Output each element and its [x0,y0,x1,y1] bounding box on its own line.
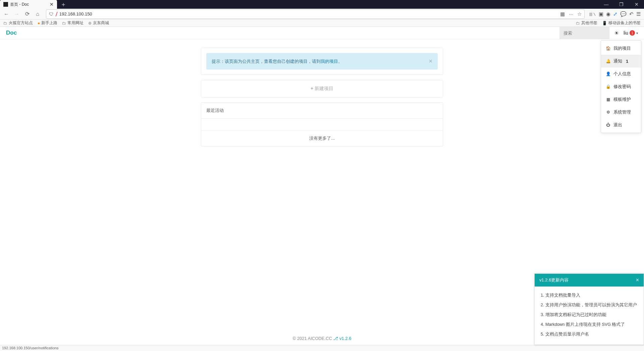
changelog-body: 1. 支持文档批量导入2. 支持用户扮演功能，管理员可以扮演为其它用户3. 增加… [535,287,644,345]
recent-body [201,119,443,130]
main-content: 提示：该页面为公共主页，查看您自己创建的项目，请到 我的项目 。 × +新建项目… [0,39,644,146]
dropdown-item[interactable]: 🔔通知1 [601,55,641,68]
url-actions: ▦ ··· ☆ [560,11,582,17]
dropdown-item[interactable]: 👤个人信息 [601,68,641,80]
bookmark-other[interactable]: 🗀其他书签 [576,20,597,26]
dropdown-item[interactable]: ⚙系统管理 [601,106,641,119]
menu-item-icon: ⚙ [606,110,610,115]
shield-icon[interactable]: 🛡 [49,11,54,17]
tab-title: 首页 - Doc [10,2,47,7]
menu-icon[interactable]: ☰ [636,11,641,17]
nav-reload-icon[interactable]: ⟳ [22,9,32,19]
mobile-icon: 📱 [602,21,607,26]
info-alert: 提示：该页面为公共主页，查看您自己创建的项目，请到 我的项目 。 × [206,53,438,70]
changelog-item: 4. Markdown 图片上传现在支持 SVG 格式了 [541,320,641,330]
menu-item-icon: 🔒 [606,84,610,89]
alert-link[interactable]: 我的项目 [321,58,338,64]
menu-item-label: 我的项目 [613,45,631,51]
menu-item-icon: 👤 [606,72,610,76]
changelog-item: 3. 增加将文档标记为已过时的功能 [541,310,641,320]
folder-icon: 🗀 [62,21,66,26]
nav-home-icon[interactable]: ⌂ [33,9,42,19]
menu-item-label: 修改密码 [613,84,631,90]
bookmark-star-icon[interactable]: ☆ [577,11,582,17]
user-menu-trigger[interactable]: liu 1 ▾ [624,30,638,36]
user-dropdown: 🏠我的项目🔔通知1👤个人信息🔒修改密码▦模板维护⚙系统管理⏻退出 [601,40,641,133]
info-card: 提示：该页面为公共主页，查看您自己创建的项目，请到 我的项目 。 × [201,48,443,75]
menu-item-icon: 🔔 [606,59,610,63]
permission-blocked-icon[interactable]: ⧸ [56,11,57,17]
window-titlebar: 首页 - Doc ✕ ＋ — ❐ ✕ [0,0,644,9]
bookmark-label: 其他书签 [581,20,597,26]
menu-item-label: 退出 [613,122,622,128]
undo-icon[interactable]: ↶ [629,11,634,17]
page-actions-icon[interactable]: ··· [569,11,573,17]
changelog-header: v1.2.6更新内容 × [535,274,644,287]
browser-statusbar: 192.168.100.150/user/notifications [0,345,644,351]
bookmark-mobile[interactable]: 📱移动设备上的书签 [602,20,641,26]
search-input[interactable] [559,27,609,39]
dropdown-item[interactable]: 🔒修改密码 [601,80,641,93]
library-icon[interactable]: ⫼⧵ [588,11,596,17]
recent-title: 最近活动 [201,103,443,119]
bookmark-item[interactable]: ●新手上路 [38,20,57,26]
menu-item-label: 模板维护 [613,96,631,102]
window-maximize[interactable]: ❐ [614,0,629,9]
github-icon: ⎇ [333,336,338,341]
menu-item-icon: ▦ [606,97,610,102]
nav-forward-icon[interactable]: → [12,9,21,19]
account-icon[interactable]: ◉ [606,11,610,17]
new-tab-button[interactable]: ＋ [60,0,66,8]
dropdown-item[interactable]: ⏻退出 [601,119,641,131]
menu-item-badge: 1 [626,59,628,64]
menu-item-icon: 🏠 [606,46,610,51]
bookmark-item[interactable]: ⊕京东商城 [88,20,109,26]
window-close[interactable]: ✕ [629,0,644,9]
url-input[interactable] [59,11,558,16]
brand-logo[interactable]: Doc [6,30,17,36]
footer-copyright: © 2021 AICODE.CC [293,336,333,341]
new-project-label: 新建项目 [315,86,333,91]
alert-close-icon[interactable]: × [429,58,432,65]
recent-empty: 没有更多了... [201,130,443,146]
toolbar-right: ⫼⧵ ▣ ◉ ⤢ 💬 ↶ ☰ [588,11,642,17]
url-bar[interactable]: 🛡 ⧸ ▦ ··· ☆ [46,9,585,19]
footer-version-link[interactable]: ⎇ v1.2.6 [333,336,351,341]
alert-text: 提示：该页面为公共主页，查看您自己创建的项目，请到 [212,58,321,64]
new-project-button[interactable]: +新建项目 [201,80,443,97]
folder-icon: 🗀 [3,21,7,26]
extension-icon[interactable]: 💬 [620,11,627,17]
qr-icon[interactable]: ▦ [560,11,565,17]
bookmark-label: 京东商城 [93,20,109,26]
tab-favicon [3,2,8,7]
bookmark-label: 常用网址 [67,20,84,26]
bookmark-label: 火狐官方站点 [9,20,33,26]
theme-toggle-icon[interactable]: ☀ [614,30,619,36]
changelog-item: 2. 支持用户扮演功能，管理员可以扮演为其它用户 [541,300,641,310]
menu-item-label: 通知 [613,58,622,64]
browser-toolbar: ← → ⟳ ⌂ 🛡 ⧸ ▦ ··· ☆ ⫼⧵ ▣ ◉ ⤢ 💬 ↶ ☰ [0,9,644,19]
notification-badge: 1 [630,30,635,36]
version-label: v1.2.6 [339,336,351,341]
screenshot-icon[interactable]: ⤢ [613,11,618,17]
tab-close-icon[interactable]: ✕ [50,2,54,7]
window-controls: — ❐ ✕ [599,0,644,9]
bookmark-item[interactable]: 🗀火狐官方站点 [3,20,33,26]
user-name: liu [624,30,628,36]
changelog-close-icon[interactable]: × [636,277,639,283]
menu-item-icon: ⏻ [606,123,610,127]
menu-item-label: 个人信息 [613,71,631,77]
folder-icon: 🗀 [576,21,580,26]
globe-icon: ⊕ [88,21,92,26]
alert-suffix: 。 [338,58,342,64]
bookmark-item[interactable]: 🗀常用网址 [62,20,84,26]
menu-item-label: 系统管理 [613,109,631,115]
sidebar-icon[interactable]: ▣ [599,11,603,17]
dropdown-item[interactable]: ▦模板维护 [601,93,641,106]
dropdown-item[interactable]: 🏠我的项目 [601,42,641,55]
changelog-item: 1. 支持文档批量导入 [541,291,641,300]
nav-back-icon[interactable]: ← [2,9,11,19]
window-minimize[interactable]: — [599,0,614,9]
changelog-panel: v1.2.6更新内容 × 1. 支持文档批量导入2. 支持用户扮演功能，管理员可… [534,273,644,345]
browser-tab[interactable]: 首页 - Doc ✕ [0,0,57,9]
